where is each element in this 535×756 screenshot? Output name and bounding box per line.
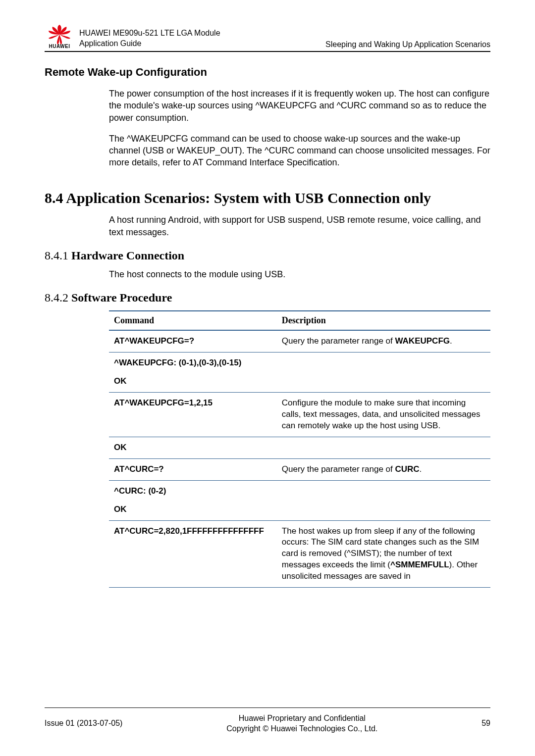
table-header-row: Command Description xyxy=(109,311,490,330)
footer-line2: Copyright © Huawei Technologies Co., Ltd… xyxy=(122,723,482,734)
desc-text: Query the parameter range of xyxy=(282,336,395,346)
desc-text: Configure the module to make sure that i… xyxy=(282,398,481,430)
brand-logo: HUAWEI xyxy=(45,25,74,49)
heading-number: 8.4.1 xyxy=(45,249,71,262)
heading-8-4-2: 8.4.2 Software Procedure xyxy=(45,291,490,304)
command-text: AT^WAKEUPCFG=? xyxy=(114,336,194,346)
table-row: OK xyxy=(109,437,490,458)
software-procedure-table: Command Description AT^WAKEUPCFG=? Query… xyxy=(109,310,490,588)
footer-page-number: 59 xyxy=(482,719,490,728)
col-description: Description xyxy=(277,311,490,330)
desc-bold: ^SMMEMFULL xyxy=(390,560,449,569)
heading-title: Hardware Connection xyxy=(71,249,184,262)
table-row: AT^CURC=2,820,1FFFFFFFFFFFFFFF The host … xyxy=(109,520,490,588)
desc-bold: CURC xyxy=(395,464,419,474)
command-text: AT^CURC=? xyxy=(114,464,164,474)
doc-title-line1: HUAWEI ME909u-521 LTE LGA Module xyxy=(79,28,316,39)
table-row: AT^WAKEUPCFG=1,2,15 Configure the module… xyxy=(109,392,490,437)
col-command: Command xyxy=(109,311,277,330)
heading-title: Software Procedure xyxy=(71,291,172,304)
paragraph: A host running Android, with support for… xyxy=(109,214,490,238)
page-content: HUAWEI HUAWEI ME909u-521 LTE LGA Module … xyxy=(0,0,535,588)
desc-text: . xyxy=(450,336,452,346)
heading-8-4-1: 8.4.1 Hardware Connection xyxy=(45,249,490,262)
paragraph: The ^WAKEUPCFG command can be used to ch… xyxy=(109,133,490,169)
paragraph: The host connects to the module using US… xyxy=(109,268,490,280)
heading-number: 8.4.2 xyxy=(45,291,71,304)
command-text: OK xyxy=(114,376,127,386)
paragraph: The power consumption of the host increa… xyxy=(109,88,490,124)
command-text: ^WAKEUPCFG: (0-1),(0-3),(0-15) xyxy=(114,358,241,367)
footer-line1: Huawei Proprietary and Confidential xyxy=(122,713,482,724)
table-row: ^CURC: (0-2) OK xyxy=(109,480,490,520)
brand-text: HUAWEI xyxy=(45,44,74,49)
footer-copyright: Huawei Proprietary and Confidential Copy… xyxy=(122,713,482,734)
command-text: AT^WAKEUPCFG=1,2,15 xyxy=(114,398,213,407)
command-text: OK xyxy=(114,443,127,452)
huawei-logo-icon xyxy=(48,25,71,45)
footer-issue: Issue 01 (2013-07-05) xyxy=(45,719,122,728)
command-text: OK xyxy=(114,504,127,514)
table-row: AT^WAKEUPCFG=? Query the parameter range… xyxy=(109,330,490,352)
page-footer: Issue 01 (2013-07-05) Huawei Proprietary… xyxy=(45,707,490,734)
table-row: AT^CURC=? Query the parameter range of C… xyxy=(109,458,490,480)
heading-8-4: 8.4 Application Scenarios: System with U… xyxy=(45,189,490,207)
heading-remote-wakeup: Remote Wake-up Configuration xyxy=(45,66,490,79)
page-header: HUAWEI HUAWEI ME909u-521 LTE LGA Module … xyxy=(45,25,490,52)
desc-bold: WAKEUPCFG xyxy=(395,336,450,346)
command-text: ^CURC: (0-2) xyxy=(114,486,166,496)
header-doc-title: HUAWEI ME909u-521 LTE LGA Module Applica… xyxy=(79,28,316,49)
doc-title-line2: Application Guide xyxy=(79,39,316,49)
table-row: ^WAKEUPCFG: (0-1),(0-3),(0-15) OK xyxy=(109,353,490,393)
desc-text: . xyxy=(420,464,422,474)
command-text: AT^CURC=2,820,1FFFFFFFFFFFFFFF xyxy=(114,526,264,536)
header-chapter-title: Sleeping and Waking Up Application Scena… xyxy=(316,40,490,49)
desc-text: Query the parameter range of xyxy=(282,464,395,474)
